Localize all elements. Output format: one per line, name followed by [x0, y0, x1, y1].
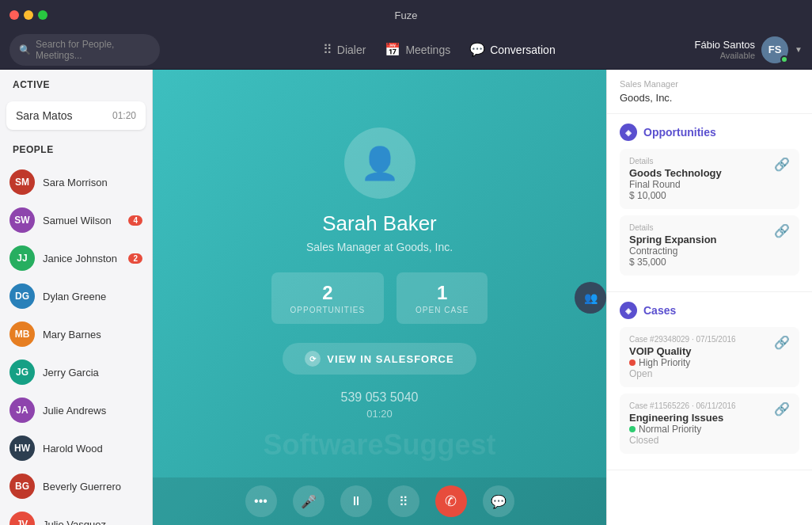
active-section: Active: [0, 70, 152, 97]
cases-title-row: ◈ Cases: [620, 302, 799, 319]
chevron-down-icon[interactable]: ▼: [795, 45, 803, 54]
person-avatar: MB: [9, 321, 35, 347]
salesforce-icon: ⟳: [305, 351, 321, 367]
nav-conversation[interactable]: 💬 Conversation: [469, 42, 556, 57]
case-info: Case #11565226 · 06/11/2016 Engineering …: [629, 401, 774, 446]
list-item[interactable]: MB Mary Barnes: [0, 315, 152, 353]
call-controls: ••• 🎤 ⏸ ⠿ ✆ 💬: [153, 477, 606, 525]
open-case-stat: 1 OPEN CASE: [397, 272, 488, 324]
case-name: Engineering Issues: [629, 412, 774, 424]
conversation-label: Conversation: [490, 44, 556, 56]
message-button[interactable]: 💬: [483, 485, 514, 517]
opportunity-amount: $ 35,000: [629, 257, 774, 268]
case-meta: Case #29348029 · 07/15/2016: [629, 335, 774, 344]
person-name: Mary Barnes: [43, 329, 142, 340]
dialer-label: Dialer: [337, 44, 366, 56]
cases-section: ◈ Cases Case #29348029 · 07/15/2016 VOIP…: [607, 292, 812, 470]
maximize-button[interactable]: [38, 10, 47, 20]
list-item[interactable]: JJ Janice Johnston 2: [0, 239, 152, 277]
opportunity-info: Details Goods Technology Final Round $ 1…: [629, 157, 774, 201]
person-avatar: JV: [9, 512, 35, 525]
job-title-label: Sales Manager: [620, 79, 799, 89]
priority-dot: [629, 426, 636, 432]
main-content: Active Sara Matos 01:20 People SM Sara M…: [0, 70, 812, 525]
user-status: Available: [694, 51, 755, 60]
list-item[interactable]: BG Beverly Guerrero: [0, 467, 152, 505]
case-info: Case #29348029 · 07/15/2016 VOIP Quality…: [629, 335, 774, 379]
person-avatar: BG: [9, 474, 35, 499]
close-button[interactable]: [9, 10, 19, 20]
sidebar: Active Sara Matos 01:20 People SM Sara M…: [0, 70, 153, 525]
list-item[interactable]: DG Dylan Greene: [0, 277, 152, 315]
user-name: Fábio Santos: [694, 39, 755, 51]
nav-dialer[interactable]: ⠿ Dialer: [323, 42, 366, 57]
case-priority: Normal Priority: [629, 424, 774, 435]
open-case-number: 1: [415, 282, 469, 304]
people-section: People: [0, 135, 152, 163]
person-name: Dylan Greene: [43, 291, 142, 302]
hold-icon: ⏸: [350, 494, 362, 508]
user-area: Fábio Santos Available FS ▼: [694, 36, 803, 63]
end-call-button[interactable]: ✆: [435, 485, 467, 517]
case-link-icon[interactable]: 🔗: [774, 335, 790, 350]
keypad-icon: ⠿: [399, 494, 408, 509]
meetings-label: Meetings: [405, 44, 450, 56]
nav-meetings[interactable]: 📅 Meetings: [385, 42, 450, 57]
link-icon[interactable]: 🔗: [774, 157, 790, 172]
company-value: Goods, Inc.: [620, 92, 799, 104]
call-duration: 01:20: [366, 408, 393, 420]
contact-sidebar-button[interactable]: 👥: [575, 282, 606, 314]
person-avatar: SM: [9, 169, 35, 195]
caller-title: Sales Manager at Goods, Inc.: [306, 241, 453, 253]
dialer-icon: ⠿: [323, 42, 332, 57]
minimize-button[interactable]: [24, 10, 33, 20]
navbar: 🔍 Search for People, Meetings... ⠿ Diale…: [0, 30, 812, 70]
list-item[interactable]: JG Jerry Garcia: [0, 353, 152, 391]
link-icon[interactable]: 🔗: [774, 223, 790, 238]
list-item[interactable]: JA Julie Andrews: [0, 391, 152, 429]
person-name: Jerry Garcia: [43, 367, 142, 379]
active-call-time: 01:20: [112, 110, 136, 121]
person-name: Sara Morrison: [43, 177, 142, 188]
case-link-icon[interactable]: 🔗: [774, 401, 790, 417]
opportunities-section: ◈ Opportunities Details Goods Technology…: [607, 114, 812, 292]
keypad-button[interactable]: ⠿: [388, 485, 419, 517]
opportunities-icon: ◈: [620, 124, 637, 141]
case-meta: Case #11565226 · 06/11/2016: [629, 401, 774, 410]
list-item[interactable]: HW Harold Wood: [0, 429, 152, 467]
person-name: Julie Andrews: [43, 405, 142, 417]
conversation-icon: 💬: [469, 42, 485, 57]
case-priority: High Priority: [629, 357, 774, 368]
opportunities-number: 2: [290, 282, 366, 304]
opportunity-detail-label: Details: [629, 157, 774, 165]
salesforce-button[interactable]: ⟳ VIEW IN SALESFORCE: [283, 343, 476, 375]
search-box[interactable]: 🔍 Search for People, Meetings...: [9, 34, 160, 66]
list-item[interactable]: SW Samuel Wilson 4: [0, 201, 152, 239]
opportunity-card: Details Goods Technology Final Round $ 1…: [620, 149, 799, 209]
person-avatar: HW: [9, 436, 35, 461]
person-name: Julie Vasquez: [43, 519, 142, 526]
opportunity-detail-label: Details: [629, 223, 774, 232]
call-stats: 2 OPPORTUNITIES 1 OPEN CASE: [271, 272, 488, 324]
list-item[interactable]: SM Sara Morrison: [0, 163, 152, 201]
opportunities-list: Details Goods Technology Final Round $ 1…: [620, 149, 799, 276]
opportunity-stage: Contracting: [629, 245, 774, 257]
list-item[interactable]: JV Julie Vasquez: [0, 505, 152, 525]
mute-button[interactable]: 🎤: [293, 485, 324, 517]
priority-label: Normal Priority: [639, 424, 701, 435]
opportunity-amount: $ 10,000: [629, 190, 774, 201]
opportunities-title-row: ◈ Opportunities: [620, 124, 799, 141]
mute-icon: 🎤: [301, 494, 317, 509]
user-info: Fábio Santos Available: [694, 39, 755, 60]
active-call-item[interactable]: Sara Matos 01:20: [6, 101, 146, 130]
opportunities-label: OPPORTUNITIES: [290, 306, 366, 314]
hold-button[interactable]: ⏸: [340, 485, 372, 517]
user-avatar-container[interactable]: FS: [761, 36, 788, 63]
opportunities-title: Opportunities: [643, 126, 716, 139]
window-controls[interactable]: [9, 10, 47, 20]
opportunity-stage: Final Round: [629, 179, 774, 190]
caller-name: Sarah Baker: [322, 211, 437, 236]
opportunity-name: Goods Technology: [629, 167, 774, 179]
badge: 2: [128, 253, 142, 264]
more-options-button[interactable]: •••: [245, 485, 277, 517]
